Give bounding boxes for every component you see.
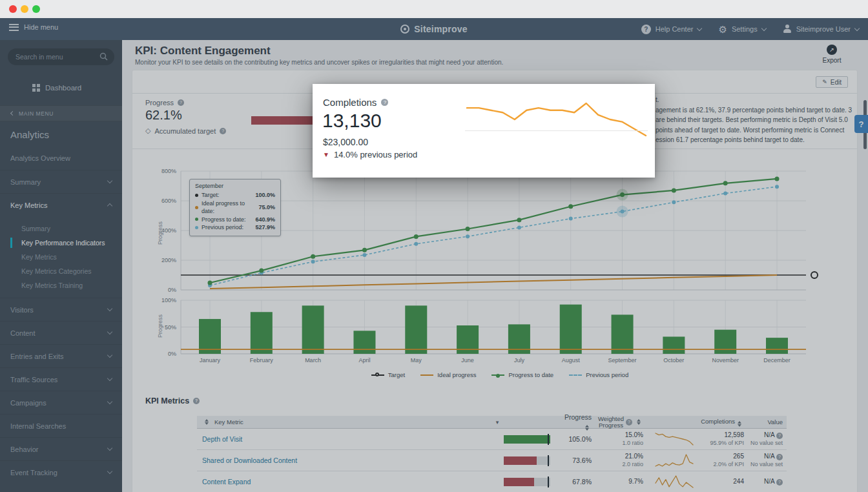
sidebar-item-key-metrics[interactable]: Key Metrics: [0, 193, 122, 216]
column-progress[interactable]: Progress: [561, 413, 592, 431]
help-center-menu[interactable]: ? Help Center: [641, 25, 702, 34]
page-subtitle: Monitor your KPI to see details on the c…: [135, 59, 503, 66]
sidebar-item-behavior[interactable]: Behavior: [0, 437, 122, 460]
summary-line: agement is at 62.1%, 37.9 percentage poi…: [656, 105, 857, 116]
help-icon[interactable]: ?: [381, 99, 388, 106]
metric-link[interactable]: Depth of Visit: [202, 435, 242, 443]
settings-menu[interactable]: ⚙ Settings: [718, 25, 765, 34]
svg-text:August: August: [562, 357, 581, 364]
metric-link[interactable]: Content Expand: [202, 478, 251, 486]
help-icon[interactable]: ?: [776, 433, 783, 439]
legend-previous-period[interactable]: Previous period: [569, 371, 628, 378]
summary-line: points ahead of target to date. Worst pe…: [656, 125, 857, 136]
help-icon[interactable]: ?: [178, 99, 184, 106]
item-label: Content: [10, 329, 36, 337]
tooltip-label: Target:: [202, 191, 220, 200]
sidebar-item-internal-searches[interactable]: Internal Searches: [0, 414, 122, 437]
legend-target[interactable]: Target: [371, 371, 405, 378]
chevron-down-icon: [854, 25, 860, 30]
sidebar-section-title: Analytics: [0, 121, 122, 147]
sidebar-item-visitors[interactable]: Visitors: [0, 298, 122, 321]
app-window: Hide menu Siteimprove ? Help Center ⚙ Se…: [0, 0, 868, 492]
sidebar-subitem-key-performance-indicators[interactable]: Key Performance Indicators: [0, 236, 122, 250]
chart-tooltip: September Target:100.0% Ideal progress t…: [189, 179, 281, 236]
decrease-triangle-icon: ▼: [323, 152, 329, 158]
export-button[interactable]: ↗ Export: [818, 45, 846, 64]
column-completions[interactable]: Completions: [698, 418, 744, 427]
sidebar-item-entries-and-exits[interactable]: Entries and Exits: [0, 344, 122, 367]
sidebar-subitem-summary[interactable]: Summary: [0, 221, 122, 236]
sidebar-item-campaigns[interactable]: Campaigns: [0, 391, 122, 414]
help-icon[interactable]: ?: [193, 398, 200, 404]
svg-text:Progress: Progress: [157, 314, 163, 338]
column-key-metric[interactable]: Key Metric: [197, 418, 491, 425]
user-menu[interactable]: Siteimprove User: [783, 25, 859, 34]
tooltip-value: 640.9%: [255, 216, 275, 224]
help-icon[interactable]: ?: [220, 128, 226, 134]
column-weighted-progress[interactable]: WeightedProgress ?: [592, 416, 651, 428]
progress-bar: [504, 435, 550, 444]
chevron-down-icon: [107, 353, 112, 358]
sidebar-item-dashboard[interactable]: Dashboard: [0, 82, 122, 94]
progress-bar-chart[interactable]: 0%50%100%JanuaryFebruaryMarchAprilMayJun…: [145, 298, 859, 364]
user-label: Siteimprove User: [796, 25, 851, 33]
help-icon[interactable]: ?: [776, 479, 783, 486]
legend-label: Previous period: [586, 371, 628, 378]
item-label: Key Metrics Categories: [21, 267, 92, 275]
sidebar-item-content[interactable]: Content: [0, 321, 122, 344]
metric-link[interactable]: Shared or Downloaded Content: [202, 456, 297, 464]
svg-text:January: January: [200, 357, 221, 364]
target-line-icon: [371, 374, 384, 376]
item-label: Entries and Exits: [10, 353, 64, 360]
legend-ideal-progress[interactable]: Ideal progress: [420, 371, 476, 378]
sidebar-item-summary[interactable]: Summary: [0, 170, 122, 193]
sidebar-item-traffic-sources[interactable]: Traffic Sources: [0, 367, 122, 391]
help-icon[interactable]: ?: [626, 419, 632, 425]
weighted-percent: 15.0%: [592, 431, 643, 439]
edit-button[interactable]: ✎ Edit: [816, 76, 848, 88]
main-menu-back[interactable]: MAIN MENU: [0, 105, 122, 121]
metric-sparkline: [654, 452, 695, 469]
pencil-icon: ✎: [822, 79, 827, 85]
help-beacon-button[interactable]: ?: [854, 115, 868, 133]
kpi-metrics-label: KPI Metrics: [145, 396, 189, 405]
tooltip-value: 100.0%: [255, 191, 275, 200]
minimize-window-button[interactable]: [21, 5, 28, 13]
sidebar-subitem-key-metrics-training[interactable]: Key Metrics Training: [0, 278, 122, 292]
completions-popup: Completions ? 13,130 $23,000.00 ▼ 14.0% …: [313, 84, 655, 178]
progress-percent: 73.6%: [561, 456, 592, 464]
svg-text:July: July: [514, 357, 525, 364]
gear-icon: ⚙: [718, 25, 727, 34]
legend-label: Ideal progress: [437, 371, 476, 378]
sidebar-item-event-tracking[interactable]: Event Tracking: [0, 460, 122, 484]
item-label: Key Performance Indicators: [21, 239, 105, 247]
svg-text:Progress: Progress: [157, 221, 163, 245]
chevron-down-icon: [107, 329, 112, 334]
metric-sparkline: [654, 473, 695, 490]
legend-label: Target: [388, 371, 405, 378]
sidebar-subitem-key-metrics-categories[interactable]: Key Metrics Categories: [0, 264, 122, 278]
help-icon[interactable]: ?: [776, 454, 783, 460]
chevron-down-icon: [107, 306, 112, 311]
svg-text:800%: 800%: [161, 168, 176, 174]
item-label: Key Metrics: [10, 201, 47, 209]
value-cell: N/A ?: [744, 453, 783, 460]
progress-dot-icon: [195, 218, 198, 221]
progress-label: Progress: [145, 99, 174, 107]
sidebar-subitem-key-metrics[interactable]: Key Metrics: [0, 250, 122, 264]
column-value[interactable]: Value: [744, 418, 787, 426]
zoom-window-button[interactable]: [32, 5, 40, 13]
svg-text:100%: 100%: [161, 298, 176, 303]
item-label: Behavior: [10, 446, 38, 453]
legend-progress-to-date[interactable]: Progress to date: [491, 371, 553, 378]
target-tick: [548, 455, 549, 466]
svg-text:September: September: [608, 357, 637, 364]
column-filter-caret[interactable]: ▾: [491, 419, 504, 425]
completions-currency: $23,000.00: [323, 137, 368, 147]
summary-line: are behind their targets. Best performin…: [656, 115, 857, 125]
close-window-button[interactable]: [9, 5, 17, 13]
ideal-line-icon: [420, 374, 433, 376]
sidebar-item-analytics-overview[interactable]: Analytics Overview: [0, 147, 122, 170]
search-input[interactable]: [8, 48, 114, 65]
completions-sparkline: [465, 101, 648, 138]
